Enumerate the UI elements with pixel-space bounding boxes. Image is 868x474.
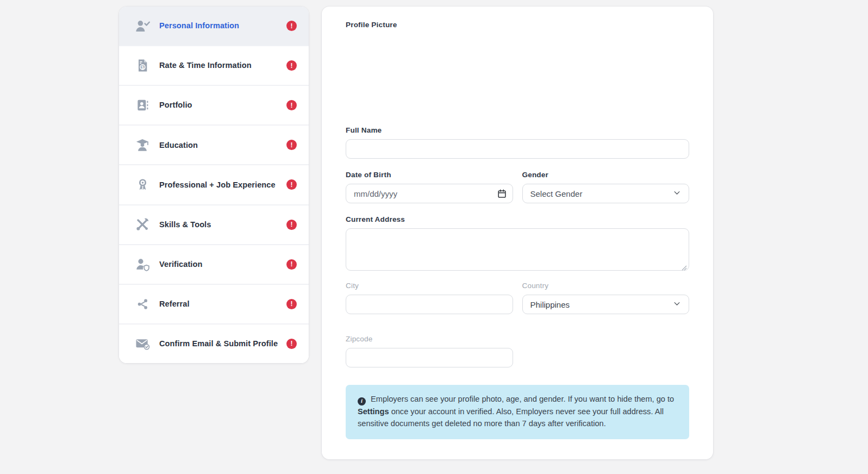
date-of-birth-field xyxy=(346,184,513,203)
chevron-down-icon xyxy=(673,189,681,198)
alert-badge: ! xyxy=(286,299,297,309)
award-icon xyxy=(134,177,151,192)
sidebar-item-label: Personal Information xyxy=(159,21,286,30)
alert-badge: ! xyxy=(286,21,297,31)
country-label: Country xyxy=(522,282,690,290)
sidebar-item-professional-job-experience[interactable]: Professional + Job Experience ! xyxy=(119,165,309,205)
full-name-field xyxy=(346,139,689,159)
rate-file-dollar-icon: $ xyxy=(134,58,151,73)
current-address-textarea[interactable] xyxy=(346,228,689,271)
city-field xyxy=(346,295,513,314)
resize-handle[interactable] xyxy=(682,263,687,269)
gender-select[interactable]: Select Gender xyxy=(522,184,690,203)
sidebar-item-label: Verification xyxy=(159,260,286,269)
sidebar-item-label: Confirm Email & Submit Profile xyxy=(159,339,286,348)
alert-badge: ! xyxy=(286,339,297,349)
sidebar-item-portfolio[interactable]: Portfolio ! xyxy=(119,86,309,126)
id-card-icon xyxy=(134,98,151,113)
full-name-label: Full Name xyxy=(346,126,689,134)
alert-badge: ! xyxy=(286,220,297,230)
city-label: City xyxy=(346,282,513,290)
sidebar-item-rate-time-information[interactable]: $ Rate & Time Information ! xyxy=(119,46,309,86)
info-note: iEmployers can see your profile photo, a… xyxy=(346,385,689,439)
info-icon: i xyxy=(358,397,366,406)
zipcode-input[interactable] xyxy=(346,348,513,367)
date-of-birth-label: Date of Birth xyxy=(346,171,513,179)
sidebar-item-personal-information[interactable]: Personal Information ! xyxy=(119,7,309,46)
sidebar-item-label: Skills & Tools xyxy=(159,220,286,229)
city-input[interactable] xyxy=(346,295,513,314)
calendar-icon[interactable] xyxy=(497,184,507,203)
profile-steps-sidebar: Personal Information ! $ Rate & Time Inf… xyxy=(119,7,309,363)
graduate-icon xyxy=(134,138,151,153)
info-note-bold: Settings xyxy=(358,407,389,416)
chevron-down-icon xyxy=(673,300,681,309)
country-selected-value: Philippines xyxy=(530,300,570,309)
zipcode-field xyxy=(346,348,513,367)
current-address-field xyxy=(346,228,689,271)
full-name-input[interactable] xyxy=(346,139,689,159)
alert-badge: ! xyxy=(286,179,297,190)
sidebar-item-confirm-email-submit-profile[interactable]: Confirm Email & Submit Profile ! xyxy=(119,325,309,363)
info-note-text-1: Employers can see your profile photo, ag… xyxy=(371,395,674,403)
sidebar-item-label: Referral xyxy=(159,300,286,309)
person-shield-icon xyxy=(134,257,151,272)
sidebar-item-skills-tools[interactable]: Skills & Tools ! xyxy=(119,205,309,245)
sidebar-item-verification[interactable]: Verification ! xyxy=(119,245,309,285)
gender-selected-value: Select Gender xyxy=(530,189,583,198)
sidebar-item-label: Portfolio xyxy=(159,101,286,110)
gender-label: Gender xyxy=(522,171,690,179)
envelope-check-icon xyxy=(134,336,151,351)
current-address-label: Current Address xyxy=(346,215,689,223)
alert-badge: ! xyxy=(286,259,297,270)
share-icon xyxy=(134,296,151,311)
sidebar-item-education[interactable]: Education ! xyxy=(119,126,309,165)
tools-icon xyxy=(134,217,151,232)
profile-picture-area[interactable] xyxy=(346,34,689,126)
zipcode-label: Zipcode xyxy=(346,335,513,343)
sidebar-item-referral[interactable]: Referral ! xyxy=(119,285,309,325)
country-select[interactable]: Philippines xyxy=(522,295,690,314)
info-note-text-2: once your account in verified. Also, Emp… xyxy=(358,407,664,428)
profile-picture-label: Profile Picture xyxy=(346,21,689,29)
sidebar-item-label: Rate & Time Information xyxy=(159,61,286,70)
alert-badge: ! xyxy=(286,100,297,110)
personal-information-form-panel: Profile Picture Full Name Date of Birth … xyxy=(322,7,713,459)
sidebar-item-label: Education xyxy=(159,141,286,150)
alert-badge: ! xyxy=(286,140,297,150)
date-of-birth-input[interactable] xyxy=(346,184,513,203)
person-check-icon xyxy=(134,18,151,34)
sidebar-item-label: Professional + Job Experience xyxy=(159,180,286,190)
svg-text:$: $ xyxy=(141,65,143,70)
alert-badge: ! xyxy=(286,60,297,71)
